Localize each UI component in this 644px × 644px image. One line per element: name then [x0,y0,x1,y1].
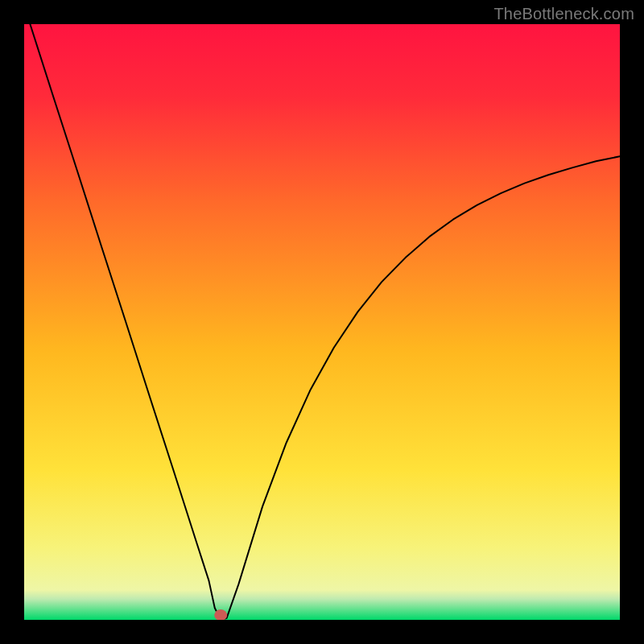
chart-frame: TheBottleneck.com [0,0,644,644]
plot-area [24,24,620,620]
watermark-text: TheBottleneck.com [493,5,634,23]
gradient-background [24,24,620,620]
bottleneck-chart [24,24,620,620]
